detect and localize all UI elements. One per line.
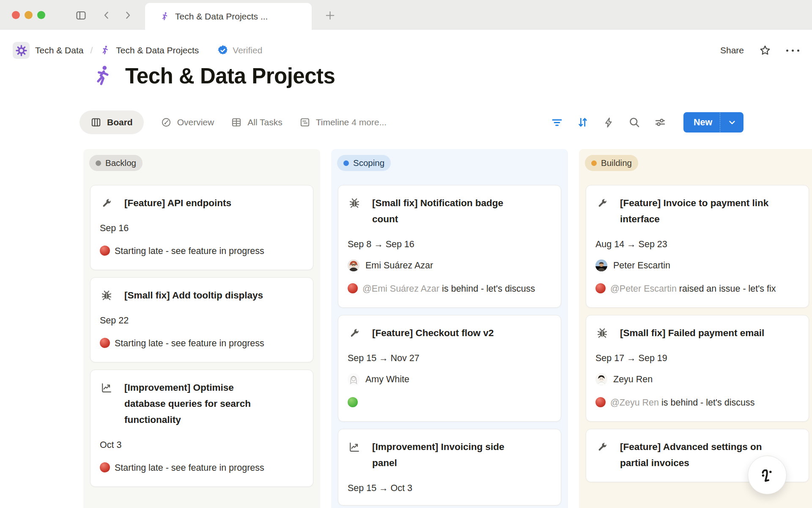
- favorite-star-icon[interactable]: [759, 44, 771, 56]
- bug-icon: [101, 290, 112, 301]
- more-options-icon[interactable]: [786, 50, 799, 52]
- timeline-icon: [299, 117, 310, 128]
- card-date: Sep 15 → Oct 3: [348, 482, 551, 494]
- gear-icon: [16, 45, 27, 56]
- bug-icon: [596, 327, 608, 339]
- status-text: Starting late - see feature in progress: [115, 463, 264, 473]
- share-button[interactable]: Share: [720, 45, 744, 55]
- card-title: [Feature] Advanced settings on partial i…: [595, 439, 769, 471]
- card-title: [Feature] API endpoints: [100, 195, 273, 211]
- wrench-icon: [596, 441, 608, 453]
- board-icon: [91, 117, 102, 128]
- wrench-icon: [596, 197, 608, 209]
- assignee-name: Peter Escartin: [613, 260, 670, 271]
- chevron-down-icon[interactable]: [720, 118, 743, 127]
- sliders-icon[interactable]: [653, 116, 667, 129]
- forward-icon[interactable]: [121, 9, 134, 22]
- search-icon[interactable]: [628, 116, 641, 129]
- card-date: Sep 15 → Nov 27: [348, 352, 551, 364]
- filter-icon[interactable]: [550, 116, 564, 129]
- status-mention: @Emi Suárez Azar: [362, 284, 439, 294]
- card-date: Sep 16: [100, 222, 304, 235]
- status-dot: [348, 283, 358, 293]
- task-card[interactable]: [Small fix] Notification badge count Sep…: [338, 185, 561, 308]
- status-color-dot: [343, 160, 349, 166]
- runner-icon: [90, 64, 114, 88]
- column-header-chip[interactable]: Backlog: [89, 155, 143, 171]
- task-card[interactable]: [Feature] API endpoints Sep 16 Starting …: [90, 185, 313, 270]
- bug-icon: [348, 197, 360, 209]
- column-cards: [Small fix] Notification badge count Sep…: [331, 185, 568, 505]
- card-title: [Improvement] Invoicing side panel: [348, 439, 521, 471]
- view-tab-label: Overview: [177, 117, 214, 127]
- status-text: Starting late - see feature in progress: [115, 338, 264, 348]
- page-header: Tech & Data Projects: [90, 64, 335, 88]
- avatar-amy: [348, 373, 359, 385]
- ai-assistant-button[interactable]: [748, 456, 787, 494]
- new-button[interactable]: New: [683, 112, 743, 133]
- status-text: Starting late - see feature in progress: [115, 246, 264, 256]
- chart-increasing-icon: [101, 382, 112, 394]
- view-tab-timeline[interactable]: Timeline: [299, 117, 349, 128]
- view-tab-label: Timeline: [316, 117, 349, 127]
- window-chrome: Tech & Data Projects ...: [0, 0, 812, 30]
- status-color-dot: [591, 160, 597, 166]
- topbar-actions: Share: [720, 44, 799, 56]
- card-status: Starting late - see feature in progress: [100, 243, 304, 259]
- assignee-name: Zeyu Ren: [613, 374, 653, 385]
- task-card[interactable]: [Small fix] Add tooltip displays Sep 22 …: [90, 277, 313, 362]
- status-dot: [595, 397, 606, 407]
- verified-badge[interactable]: Verified: [217, 44, 262, 56]
- card-assignee: Amy White: [348, 373, 551, 386]
- card-assignee: Zeyu Ren: [595, 373, 799, 386]
- minimize-button[interactable]: [25, 11, 33, 19]
- card-title: [Small fix] Notification badge count: [348, 195, 521, 227]
- column-name: Scoping: [353, 158, 384, 168]
- more-views-link[interactable]: 4 more...: [351, 117, 387, 127]
- task-card[interactable]: [Improvement] Invoicing side panel Sep 1…: [338, 429, 561, 505]
- column-cards: [Feature] Invoice to payment link interf…: [579, 185, 812, 482]
- view-tabs: BoardOverviewAll TasksTimeline: [80, 110, 349, 134]
- task-card[interactable]: [Feature] Invoice to payment link interf…: [586, 185, 809, 308]
- view-tab-board[interactable]: Board: [80, 110, 144, 134]
- avatar-peter: [595, 260, 607, 271]
- task-card[interactable]: [Feature] Checkout flow v2 Sep 15 → Nov …: [338, 315, 561, 422]
- back-icon[interactable]: [100, 9, 113, 22]
- zoom-button[interactable]: [37, 11, 45, 19]
- avatar-emi: [348, 260, 359, 271]
- column-header-chip[interactable]: Scoping: [337, 155, 391, 171]
- new-tab-icon[interactable]: [324, 9, 336, 22]
- status-color-dot: [96, 160, 101, 166]
- card-assignee: Peter Escartin: [595, 259, 799, 272]
- breadcrumb: Tech & Data / Tech & Data Projects Verif…: [13, 42, 262, 59]
- card-assignee: Emi Suárez Azar: [348, 259, 551, 272]
- app-tab[interactable]: Tech & Data Projects ...: [145, 3, 312, 30]
- card-title: [Small fix] Failed payment email: [595, 325, 769, 341]
- tab-title: Tech & Data Projects ...: [175, 11, 268, 22]
- card-status: Starting late - see feature in progress: [100, 460, 304, 476]
- status-dot: [348, 397, 358, 407]
- card-date: Oct 3: [100, 439, 304, 451]
- views-toolbar: BoardOverviewAll TasksTimeline 4 more...: [0, 109, 812, 135]
- lightning-icon[interactable]: [602, 116, 615, 129]
- view-tab-all-tasks[interactable]: All Tasks: [231, 117, 282, 128]
- close-button[interactable]: [12, 11, 20, 19]
- breadcrumb-team[interactable]: Tech & Data: [35, 45, 83, 55]
- sidebar-toggle-icon[interactable]: [74, 9, 87, 22]
- column-header-chip[interactable]: Building: [585, 155, 638, 171]
- kanban-column-scoping: Scoping [Small fix] Notification badge c…: [331, 149, 568, 508]
- kanban-column-building: Building [Feature] Invoice to payment li…: [579, 149, 812, 508]
- task-card[interactable]: [Small fix] Failed payment email Sep 17 …: [586, 315, 809, 422]
- status-dot: [100, 246, 110, 256]
- breadcrumb-page[interactable]: Tech & Data Projects: [116, 45, 199, 55]
- card-status: Starting late - see feature in progress: [100, 336, 304, 351]
- card-date: Sep 17 → Sep 19: [595, 352, 799, 364]
- chart-increasing-icon: [348, 441, 360, 453]
- card-date: Sep 22: [100, 314, 304, 327]
- verified-label: Verified: [233, 45, 262, 55]
- sort-icon[interactable]: [576, 116, 590, 129]
- task-card[interactable]: [Improvement] Optimise database queries …: [90, 370, 313, 487]
- view-tab-overview[interactable]: Overview: [161, 117, 214, 128]
- new-button-label: New: [683, 117, 720, 128]
- team-icon-box[interactable]: [13, 42, 30, 59]
